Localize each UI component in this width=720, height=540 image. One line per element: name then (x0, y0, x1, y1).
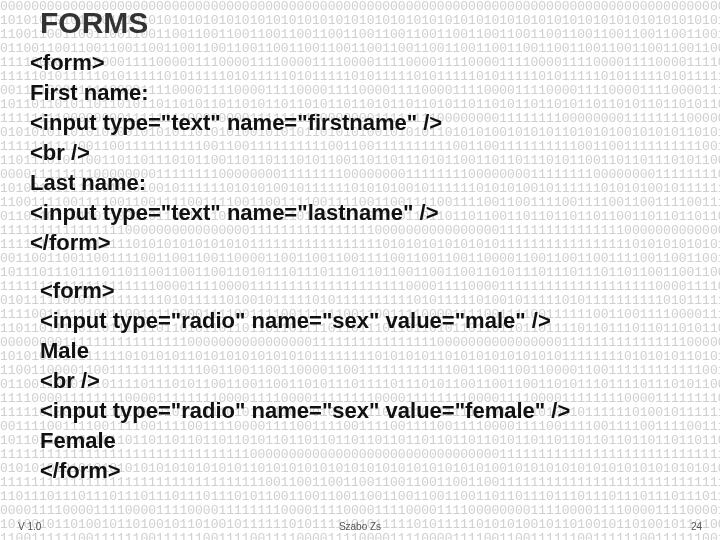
code-line: </form> (30, 228, 690, 258)
code-line: Last name: (30, 168, 690, 198)
code-line: <input type="radio" name="sex" value="ma… (40, 306, 690, 336)
code-block-form-text: <form> First name: <input type="text" na… (30, 48, 690, 258)
code-line: <input type="text" name="firstname" /> (30, 108, 690, 138)
footer-author: Szabo Zs (339, 521, 381, 532)
code-line: <form> (40, 276, 690, 306)
code-line: <input type="text" name="lastname" /> (30, 198, 690, 228)
code-line: <input type="radio" name="sex" value="fe… (40, 396, 690, 426)
code-line: </form> (40, 456, 690, 486)
code-line: <form> (30, 48, 690, 78)
footer-version: V 1.0 (18, 521, 41, 532)
page-title: FORMS (40, 6, 690, 40)
code-line: Female (40, 426, 690, 456)
footer-page: 24 (691, 521, 702, 532)
code-line: <br /> (30, 138, 690, 168)
code-line: First name: (30, 78, 690, 108)
footer: V 1.0 Szabo Zs 24 (0, 518, 720, 534)
code-line: <br /> (40, 366, 690, 396)
code-block-form-radio: <form> <input type="radio" name="sex" va… (40, 276, 690, 486)
code-line: Male (40, 336, 690, 366)
